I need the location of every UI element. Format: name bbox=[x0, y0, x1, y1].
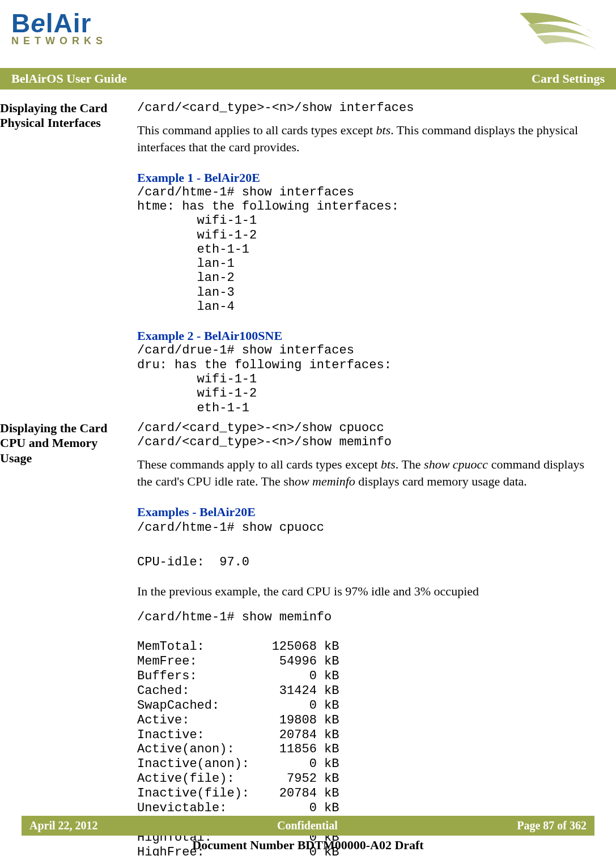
page-content: Displaying the Card Physical Interfaces … bbox=[0, 90, 616, 856]
section-cpu-memory: Displaying the Card CPU and Memory Usage… bbox=[0, 421, 599, 856]
logo-text-top: BelAir bbox=[11, 10, 107, 36]
description-text: In the previous example, the card CPU is… bbox=[137, 583, 599, 600]
command-syntax: /card/<card_type>-<n>/show interfaces bbox=[137, 101, 599, 115]
section-heading: Displaying the Card Physical Interfaces bbox=[0, 101, 137, 415]
document-number: Document Number BDTM00000-A02 Draft bbox=[0, 838, 616, 853]
footer-date: April 22, 2012 bbox=[29, 819, 98, 832]
description-text: This command applies to all cards types … bbox=[137, 122, 599, 155]
footer-confidential: Confidential bbox=[277, 819, 338, 832]
title-bar: BelAirOS User Guide Card Settings bbox=[0, 68, 616, 90]
page-header: BelAir NETWORKS bbox=[0, 0, 616, 68]
logo-text-bottom: NETWORKS bbox=[11, 35, 107, 47]
section-heading: Displaying the Card CPU and Memory Usage bbox=[0, 421, 137, 856]
example-output: /card/htme-1# show cpuocc CPU-idle: 97.0 bbox=[137, 519, 599, 572]
section-title: Card Settings bbox=[532, 71, 605, 86]
footer-page: Page 87 of 362 bbox=[517, 819, 587, 832]
description-text: These commands apply to all cards types … bbox=[137, 456, 599, 489]
example-heading: Example 2 - BelAir100SNE bbox=[137, 329, 599, 343]
example-heading: Examples - BelAir20E bbox=[137, 505, 599, 519]
corner-graphic-icon bbox=[514, 10, 605, 67]
section-body: /card/<card_type>-<n>/show cpuocc /card/… bbox=[137, 421, 599, 856]
section-body: /card/<card_type>-<n>/show interfaces Th… bbox=[137, 101, 599, 415]
example-heading: Example 1 - BelAir20E bbox=[137, 171, 599, 185]
example-output: /card/drue-1# show interfaces dru: has t… bbox=[137, 343, 599, 415]
example-output: /card/htme-1# show interfaces htme: has … bbox=[137, 185, 599, 314]
command-syntax: /card/<card_type>-<n>/show cpuocc /card/… bbox=[137, 421, 599, 450]
belair-logo: BelAir NETWORKS bbox=[11, 10, 107, 47]
section-physical-interfaces: Displaying the Card Physical Interfaces … bbox=[0, 101, 599, 415]
footer-bar: April 22, 2012 Confidential Page 87 of 3… bbox=[22, 816, 594, 836]
guide-title: BelAirOS User Guide bbox=[11, 71, 127, 86]
